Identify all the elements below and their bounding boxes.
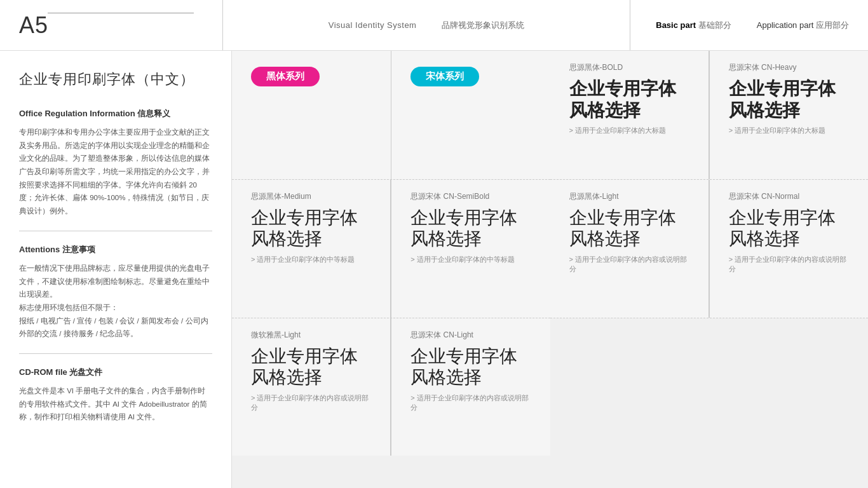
font-cell-yahei-light: 微软雅黑-Light 企业专用字体风格选择 适用于企业印刷字体的内容或说明部分 (232, 318, 391, 456)
main-layout: 企业专用印刷字体（中文） Office Regulation Informati… (0, 51, 868, 488)
section-attentions-body1: 在一般情况下使用品牌标志，应尽量使用提供的光盘电子文件，不建议使用标准制图绘制标… (19, 262, 212, 301)
section-attentions-body3: 报纸 / 电视广告 / 宣传 / 包装 / 会议 / 新闻发布会 / 公司内外部… (19, 315, 212, 341)
header: A5 Visual Identity System 品牌视觉形象识别系统 Bas… (0, 0, 868, 51)
right-column-header: 宋体系列 (391, 51, 550, 179)
brand-name-cn: 品牌视觉形象识别系统 (442, 20, 524, 31)
section-info-title: Office Regulation Information 信息释义 (19, 108, 212, 119)
sidebar: 企业专用印刷字体（中文） Office Regulation Informati… (0, 51, 232, 488)
sidebar-section-info: Office Regulation Information 信息释义 专用印刷字… (19, 108, 212, 218)
brand-name-en: Visual Identity System (329, 20, 417, 30)
font-cell-songti-normal: 思源宋体 CN-Normal 企业专用字体风格选择 适用于企业印刷字体的内容或说… (709, 180, 868, 318)
font-cell-songti-light: 思源宋体 CN-Light 企业专用字体风格选择 适用于企业印刷字体的内容或说明… (391, 318, 550, 456)
font-cell-heiti-light: 思源黑体-Light 企业专用字体风格选择 适用于企业印刷字体的内容或说明部分 (550, 180, 709, 318)
font-row-1: 思源黑体-BOLD 企业专用字体风格选择 适用于企业印刷字体的大标题 思源宋体 … (550, 51, 869, 180)
font-row-2: 思源黑体-Medium 企业专用字体风格选择 适用于企业印刷字体的中等标题 思源… (232, 180, 550, 318)
font-desc-songti-light: 适用于企业印刷字体的内容或说明部分 (410, 393, 531, 412)
section-info-body: 专用印刷字体和专用办公字体主要应用于企业文献的正文及实务用品。所选定的字体用以实… (19, 126, 212, 218)
column-headers: 黑体系列 宋体系列 (232, 51, 550, 180)
header-nav: Basic part 基础部分 Application part 应用部分 (630, 20, 849, 31)
font-sample-songti-normal: 企业专用字体风格选择 (729, 207, 849, 250)
font-desc-heiti-medium: 适用于企业印刷字体的中等标题 (251, 255, 371, 264)
font-name-heiti-bold: 思源黑体-BOLD (569, 62, 689, 73)
font-desc-songti-heavy: 适用于企业印刷字体的大标题 (729, 126, 849, 135)
font-sample-heiti-bold: 企业专用字体风格选择 (569, 78, 689, 121)
section-attentions-body2: 标志使用环境包括但不限于： (19, 301, 212, 315)
header-left: A5 (19, 12, 222, 39)
left-column-header: 黑体系列 (232, 51, 391, 179)
font-name-heiti-light: 思源黑体-Light (569, 191, 689, 202)
sidebar-divider-2 (19, 353, 212, 354)
font-sample-heiti-medium: 企业专用字体风格选择 (251, 207, 371, 250)
font-cell-songti-semibold: 思源宋体 CN-SemiBold 企业专用字体风格选择 适用于企业印刷字体的中等… (391, 180, 550, 318)
font-name-heiti-medium: 思源黑体-Medium (251, 191, 371, 202)
font-desc-yahei-light: 适用于企业印刷字体的内容或说明部分 (251, 393, 371, 412)
top-divider (48, 13, 194, 13)
font-row-3: 思源黑体-Light 企业专用字体风格选择 适用于企业印刷字体的内容或说明部分 … (550, 180, 869, 318)
font-sample-songti-heavy: 企业专用字体风格选择 (729, 78, 849, 121)
sidebar-section-attentions: Attentions 注意事项 在一般情况下使用品牌标志，应尽量使用提供的光盘电… (19, 244, 212, 341)
header-center: Visual Identity System 品牌视觉形象识别系统 (222, 0, 630, 50)
page-id: A5 (19, 12, 48, 38)
tag-heiti: 黑体系列 (251, 67, 320, 86)
font-sample-songti-semibold: 企业专用字体风格选择 (410, 207, 531, 250)
section-cdrom-body: 光盘文件是本 VI 手册电子文件的集合，内含手册制作时的专用软件格式文件。其中 … (19, 384, 212, 424)
sidebar-section-cdrom: CD-ROM file 光盘文件 光盘文件是本 VI 手册电子文件的集合，内含手… (19, 367, 212, 424)
font-sample-songti-light: 企业专用字体风格选择 (410, 346, 531, 388)
nav-basic[interactable]: Basic part 基础部分 (656, 20, 731, 31)
nav-application[interactable]: Application part 应用部分 (757, 20, 849, 31)
font-desc-heiti-light: 适用于企业印刷字体的内容或说明部分 (569, 255, 689, 274)
font-cell-heiti-medium: 思源黑体-Medium 企业专用字体风格选择 适用于企业印刷字体的中等标题 (232, 180, 391, 318)
font-cell-songti-heavy: 思源宋体 CN-Heavy 企业专用字体风格选择 适用于企业印刷字体的大标题 (709, 51, 868, 179)
font-desc-songti-normal: 适用于企业印刷字体的内容或说明部分 (729, 255, 849, 274)
section-attentions-title: Attentions 注意事项 (19, 244, 212, 255)
font-sample-yahei-light: 企业专用字体风格选择 (251, 346, 371, 388)
font-desc-songti-semibold: 适用于企业印刷字体的中等标题 (410, 255, 531, 264)
font-name-songti-normal: 思源宋体 CN-Normal (729, 191, 849, 202)
font-sample-heiti-light: 企业专用字体风格选择 (569, 207, 689, 250)
font-row-4: 微软雅黑-Light 企业专用字体风格选择 适用于企业印刷字体的内容或说明部分 … (232, 318, 550, 456)
font-cell-heiti-bold: 思源黑体-BOLD 企业专用字体风格选择 适用于企业印刷字体的大标题 (550, 51, 709, 179)
tag-songti: 宋体系列 (410, 67, 479, 86)
font-desc-heiti-bold: 适用于企业印刷字体的大标题 (569, 126, 689, 135)
sidebar-title: 企业专用印刷字体（中文） (19, 70, 212, 89)
font-name-songti-heavy: 思源宋体 CN-Heavy (729, 62, 849, 73)
section-cdrom-title: CD-ROM file 光盘文件 (19, 367, 212, 378)
font-name-songti-light: 思源宋体 CN-Light (410, 330, 531, 341)
font-name-yahei-light: 微软雅黑-Light (251, 330, 371, 341)
content-area: 黑体系列 宋体系列 思源黑体-BOLD 企业专用字体风格选择 适用于企业印刷字体… (232, 51, 868, 488)
font-name-songti-semibold: 思源宋体 CN-SemiBold (410, 191, 531, 202)
sidebar-divider-1 (19, 231, 212, 231)
